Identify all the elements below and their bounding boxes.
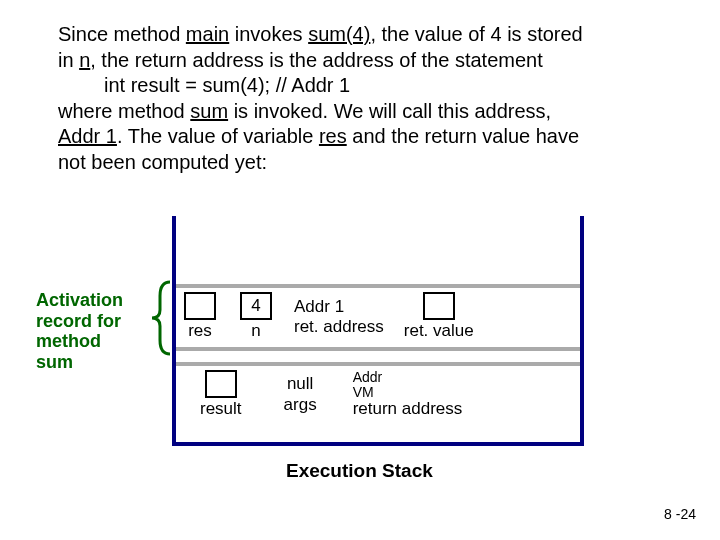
activation-record-label: Activation record for method sum (36, 290, 146, 373)
page-number: 8 -24 (664, 506, 696, 522)
code-line: int result = sum(4); // Addr 1 (104, 73, 668, 99)
text: . The value of variable (117, 125, 319, 147)
execution-stack-diagram: res 4 n Addr 1 ret. address ret. value r… (172, 216, 584, 446)
text-sum: sum (190, 100, 228, 122)
ret-value: ret. value (404, 292, 474, 341)
retval-box (423, 292, 455, 320)
text-main: main (186, 23, 229, 45)
stack-border-bottom (172, 442, 584, 446)
text: Activation (36, 290, 123, 310)
ret-address: Addr 1 ret. address (294, 297, 384, 337)
explanation-text: Since method main invokes sum(4), the va… (58, 22, 668, 176)
text: invokes (229, 23, 308, 45)
frame-sum: res 4 n Addr 1 ret. address ret. value (176, 284, 580, 351)
args-value: null (287, 374, 313, 394)
text: Addr (353, 369, 383, 385)
text: not been computed yet: (58, 151, 267, 173)
text: method (36, 331, 101, 351)
res-label: res (188, 321, 212, 341)
text-addr1: Addr 1 (58, 125, 117, 147)
text: and the return value have (347, 125, 579, 147)
n-label: n (251, 321, 260, 341)
var-args: null args (284, 374, 317, 415)
result-box (205, 370, 237, 398)
text: , the value of 4 is stored (370, 23, 582, 45)
stack-border-right (580, 216, 584, 446)
frame-main: result null args Addr VM return address (176, 362, 580, 425)
ret-address-label: ret. address (294, 317, 384, 337)
text: Since method (58, 23, 186, 45)
text: is invoked. We will call this address, (228, 100, 551, 122)
addr1-value: Addr 1 (294, 297, 344, 317)
return-address-label: return address (353, 399, 463, 419)
brace-icon (150, 280, 174, 356)
text: record for (36, 311, 121, 331)
text: in (58, 49, 79, 71)
text: where method (58, 100, 190, 122)
n-box: 4 (240, 292, 272, 320)
text-sum4: sum(4) (308, 23, 370, 45)
text: VM (353, 384, 374, 400)
args-label: args (284, 395, 317, 415)
text-n: n (79, 49, 90, 71)
text: , the return address is the address of t… (90, 49, 542, 71)
var-res: res (184, 292, 216, 341)
result-label: result (200, 399, 242, 419)
return-address-main: Addr VM return address (353, 370, 463, 419)
var-n: 4 n (240, 292, 272, 341)
var-result: result (200, 370, 242, 419)
retval-label: ret. value (404, 321, 474, 341)
text: sum (36, 352, 73, 372)
addr-vm: Addr VM (353, 370, 383, 399)
stack-caption: Execution Stack (286, 460, 433, 482)
res-box (184, 292, 216, 320)
text-res: res (319, 125, 347, 147)
